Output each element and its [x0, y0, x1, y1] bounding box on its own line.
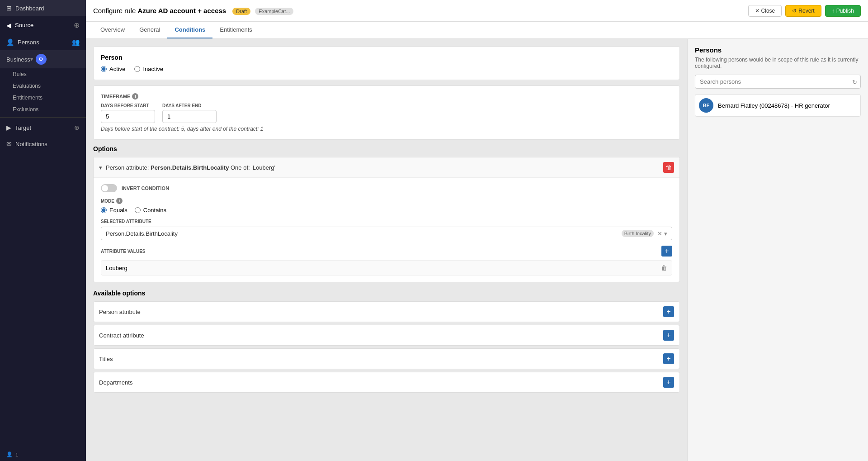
mode-equals[interactable]: Equals [101, 207, 127, 214]
attr-values-section: ATTRIBUTE VALUES + Louberg 🗑 [101, 246, 672, 276]
days-after-input[interactable] [162, 110, 217, 123]
avail-option-label: Person attribute [99, 309, 663, 315]
close-button[interactable]: ✕ Close [748, 5, 782, 17]
tab-general[interactable]: General [132, 22, 167, 38]
persons-icon: 👤 [6, 38, 14, 46]
days-after-label: DAYS AFTER END [162, 103, 217, 108]
value-text: Louberg [106, 265, 661, 271]
avail-option-label: Departments [99, 379, 663, 386]
source-icon: ◀ [6, 22, 11, 29]
sidebar-item-label: Notifications [15, 141, 47, 147]
add-departments-button[interactable]: + [663, 377, 674, 388]
invert-toggle[interactable] [101, 184, 117, 192]
delete-value-icon[interactable]: 🗑 [661, 264, 667, 271]
invert-label: INVERT CONDITION [122, 185, 169, 191]
close-icon: ✕ [755, 8, 760, 14]
sidebar-item-persons[interactable]: 👤 Persons 👥 [0, 34, 86, 50]
sidebar-sub-exclusions[interactable]: Exclusions [0, 104, 86, 115]
sidebar-sub-evaluations[interactable]: Evaluations [0, 80, 86, 92]
revert-button[interactable]: ↺ Revert [785, 5, 821, 17]
publish-button[interactable]: ↑ Publish [825, 5, 861, 17]
refresh-icon[interactable]: ↻ [852, 78, 857, 85]
clear-attr-icon[interactable]: ✕ [657, 230, 662, 237]
sidebar-item-source[interactable]: ◀ Source ⊕ [0, 16, 86, 34]
options-section: Options ▾ Person attribute: Person.Detai… [93, 145, 680, 393]
topbar-title: Configure rule Azure AD account + access… [93, 7, 748, 14]
mode-info-icon[interactable]: i [116, 198, 123, 204]
radio-active[interactable]: Active [101, 66, 125, 72]
notifications-icon: ✉ [6, 140, 12, 147]
attr-values-label: ATTRIBUTE VALUES [101, 249, 146, 254]
target-icon: ▶ [6, 124, 11, 131]
condition-box: ▾ Person attribute: Person.Details.Birth… [93, 157, 680, 282]
delete-condition-button[interactable]: 🗑 [663, 162, 674, 173]
person-item: BF Bernard Flatley (00248678) - HR gener… [695, 94, 861, 117]
days-before-label: DAYS BEFORE START [101, 103, 155, 108]
search-persons-input[interactable] [695, 75, 861, 89]
add-titles-button[interactable]: + [663, 353, 674, 364]
tab-conditions[interactable]: Conditions [167, 22, 212, 38]
condition-chevron-icon[interactable]: ▾ [99, 164, 102, 171]
revert-icon: ↺ [792, 8, 797, 14]
add-contract-attr-button[interactable]: + [663, 330, 674, 341]
right-panel-title: Persons [695, 46, 861, 54]
avail-option-departments: Departments + [93, 372, 680, 393]
sidebar-item-label: Persons [18, 39, 39, 46]
add-value-button[interactable]: + [661, 246, 672, 257]
sidebar-item-business[interactable]: Business ▾ ⚙ [0, 50, 86, 68]
radio-inactive-input[interactable] [134, 66, 140, 72]
person-radio-group: Active Inactive [101, 66, 672, 72]
sidebar-item-target[interactable]: ▶ Target ⊕ [0, 119, 86, 136]
avail-option-person-attr: Person attribute + [93, 301, 680, 322]
days-before-field: DAYS BEFORE START [101, 103, 155, 123]
radio-inactive[interactable]: Inactive [134, 66, 163, 72]
sidebar-item-label: Source [15, 22, 33, 29]
publish-icon: ↑ [832, 8, 835, 14]
radio-active-input[interactable] [101, 66, 107, 72]
invert-row: INVERT CONDITION [101, 184, 672, 192]
source-add-icon: ⊕ [74, 21, 80, 29]
avail-option-contract-attr: Contract attribute + [93, 325, 680, 346]
value-row-louberg: Louberg 🗑 [101, 260, 672, 276]
avail-option-label: Titles [99, 356, 663, 362]
main-content: Person Active Inactive TIMEFRAME i [86, 39, 687, 461]
mode-options: Equals Contains [101, 207, 672, 214]
available-options-section: Available options Person attribute + Con… [93, 290, 680, 393]
title-bold: Azure AD account + access [137, 7, 226, 14]
person-section-title: Person [101, 54, 672, 61]
days-before-input[interactable] [101, 110, 155, 123]
sidebar-item-dashboard[interactable]: ⊞ Dashboard [0, 0, 86, 16]
days-after-field: DAYS AFTER END [162, 103, 217, 123]
tab-entitlements[interactable]: Entitlements [212, 22, 259, 38]
add-person-attr-button[interactable]: + [663, 306, 674, 317]
condition-header: ▾ Person attribute: Person.Details.Birth… [94, 157, 679, 178]
timeframe-note: Days before start of the contract: 5, da… [101, 126, 672, 132]
dropdown-attr-icon[interactable]: ▾ [664, 230, 667, 237]
attr-name-text: Person.Details.BirthLocality [106, 230, 618, 237]
business-label: Business [6, 56, 30, 63]
main-area: Configure rule Azure AD account + access… [86, 0, 868, 461]
dashboard-icon: ⊞ [6, 5, 12, 12]
sidebar-sub-rules[interactable]: Rules [0, 68, 86, 80]
sidebar-item-notifications[interactable]: ✉ Notifications [0, 136, 86, 152]
available-options-title: Available options [93, 290, 680, 297]
mode-contains-input[interactable] [135, 207, 141, 213]
mode-section: MODE i Equals Contains [101, 198, 672, 214]
sidebar-sub-entitlements[interactable]: Entitlements [0, 92, 86, 104]
sidebar: ⊞ Dashboard ◀ Source ⊕ 👤 Persons 👥 Busin… [0, 0, 86, 461]
timeframe-info-icon[interactable]: i [132, 93, 138, 100]
attr-select-box[interactable]: Person.Details.BirthLocality Birth local… [101, 227, 672, 240]
avail-option-label: Contract attribute [99, 332, 663, 339]
mode-equals-input[interactable] [101, 207, 107, 213]
topbar: Configure rule Azure AD account + access… [86, 0, 868, 22]
badge-draft: Draft [232, 8, 250, 15]
person-section: Person Active Inactive [93, 46, 680, 80]
topbar-actions: ✕ Close ↺ Revert ↑ Publish [748, 5, 861, 17]
tabs-bar: Overview General Conditions Entitlements [86, 22, 868, 39]
tab-overview[interactable]: Overview [93, 22, 132, 38]
persons-icon2: 👥 [72, 38, 80, 46]
business-action-icon[interactable]: ⚙ [36, 54, 47, 65]
selected-attr-label: SELECTED ATTRIBUTE [101, 219, 672, 224]
target-add-icon: ⊕ [74, 124, 80, 131]
mode-contains[interactable]: Contains [135, 207, 166, 214]
